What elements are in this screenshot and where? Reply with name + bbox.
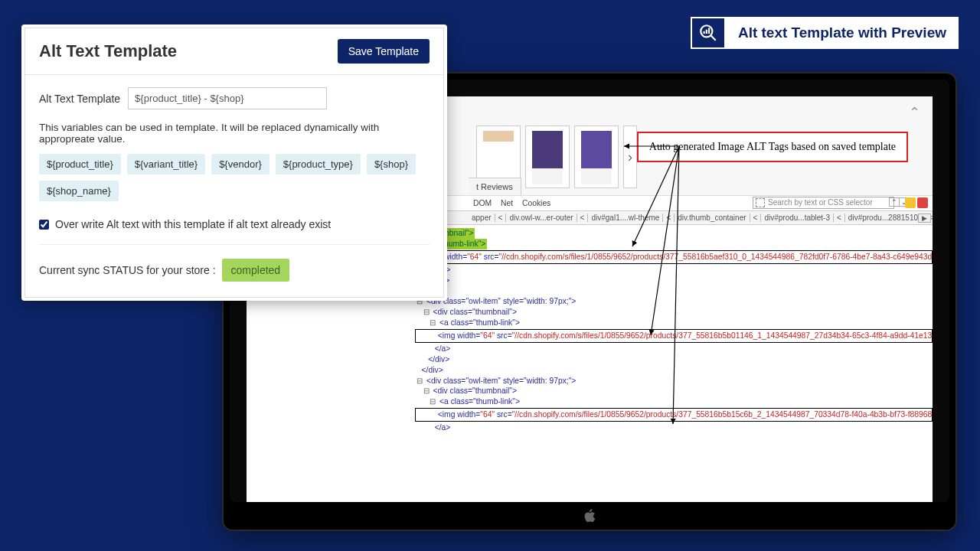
devtools-tab-dom[interactable]: DOM xyxy=(473,199,492,207)
callout-box: Auto generated Image ALT Tags based on s… xyxy=(637,132,908,162)
thumbnail-image[interactable] xyxy=(525,126,570,188)
devtools-tab-net[interactable]: Net xyxy=(501,199,513,207)
template-input[interactable] xyxy=(128,87,327,109)
overwrite-label: Over write Alt text with this template i… xyxy=(55,218,331,230)
variable-chip[interactable]: ${product_title} xyxy=(39,154,121,174)
svg-rect-4 xyxy=(708,28,710,34)
variable-chip[interactable]: ${variant_title} xyxy=(127,154,205,174)
alt-text-template-panel: Alt Text Template Save Template Alt Text… xyxy=(21,24,447,301)
magnifier-chart-icon xyxy=(691,17,726,49)
svg-line-1 xyxy=(710,35,716,41)
svg-rect-3 xyxy=(706,30,707,34)
breadcrumb-scroll-right-icon[interactable]: ▶ xyxy=(918,214,931,223)
variable-chips: ${product_title} ${variant_title} ${vend… xyxy=(39,154,430,201)
status-badge: completed xyxy=(222,259,290,282)
status-label: Current sync STATUS for your store : xyxy=(39,264,216,276)
panel-title: Alt Text Template xyxy=(39,41,177,61)
tab-reviews[interactable]: t Reviews xyxy=(469,178,521,195)
collapse-caret-icon[interactable]: ⌃ xyxy=(909,104,920,121)
variable-chip[interactable]: ${product_type} xyxy=(276,154,361,174)
overwrite-checkbox[interactable] xyxy=(39,220,49,230)
template-field-label: Alt Text Template xyxy=(39,93,120,105)
variables-help-text: This variables can be used in template. … xyxy=(39,122,430,145)
carousel-next-icon[interactable]: › xyxy=(623,126,637,188)
overwrite-checkbox-row[interactable]: Over write Alt text with this template i… xyxy=(39,215,430,245)
variable-chip[interactable]: ${shop_name} xyxy=(39,181,119,201)
save-template-button[interactable]: Save Template xyxy=(338,39,430,64)
firebug-icons[interactable] xyxy=(905,197,928,208)
thumbnail-image[interactable] xyxy=(574,126,619,188)
variable-chip[interactable]: ${shop} xyxy=(367,154,416,174)
header-badge: Alt text Template with Preview xyxy=(691,17,959,49)
header-title: Alt text Template with Preview xyxy=(726,17,959,49)
apple-logo-icon xyxy=(581,507,598,524)
devtools-tab-cookies[interactable]: Cookies xyxy=(522,199,550,207)
variable-chip[interactable]: ${vendor} xyxy=(211,154,270,174)
devtools-search-input[interactable]: Search by text or CSS selector xyxy=(753,197,894,209)
svg-rect-2 xyxy=(703,31,704,34)
